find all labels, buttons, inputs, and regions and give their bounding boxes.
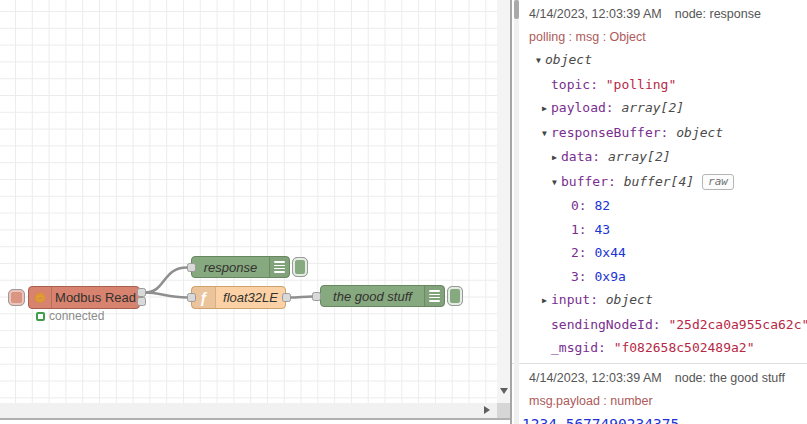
debug-tree-row: 1: 43 [529, 218, 799, 242]
debug-message-path: msg.payload : number [529, 394, 799, 408]
debug-type-segment: array[2] [608, 149, 671, 164]
input-port[interactable] [187, 263, 196, 272]
expand-arrow-icon[interactable]: ▶ [542, 97, 551, 121]
debug-key-segment: _msgid: [551, 340, 614, 355]
debug-tree-row[interactable]: ▼responseBuffer: object [529, 121, 799, 146]
debug-toggle-button[interactable] [447, 286, 463, 307]
collapse-arrow-icon[interactable]: ▼ [552, 171, 561, 195]
wire-layer [0, 0, 497, 403]
debug-key-segment: responseBuffer: [551, 125, 676, 140]
node-response[interactable]: response [191, 256, 290, 278]
wire[interactable] [145, 268, 187, 293]
debug-tree-row[interactable]: ▶input: object [529, 288, 799, 313]
debug-key-segment: topic: [551, 77, 606, 92]
debug-source-node[interactable]: node: response [675, 7, 761, 21]
debug-num-segment: 0x44 [594, 245, 625, 260]
debug-scrollbar-thumb[interactable] [514, 0, 519, 19]
debug-tree-row: _msgid: "f082658c502489a2" [529, 336, 799, 360]
debug-type-segment: object [606, 292, 653, 307]
debug-num-segment: 82 [594, 198, 610, 213]
debug-key-segment: 2: [571, 245, 594, 260]
debug-tree-row: 3: 0x9a [529, 265, 799, 289]
debug-source-node[interactable]: node: the good stuff [675, 371, 785, 385]
expand-arrow-icon[interactable]: ▶ [552, 146, 561, 170]
debug-key-segment: 1: [571, 222, 594, 237]
input-port[interactable] [312, 292, 321, 301]
debug-timestamp: 4/14/2023, 12:03:39 AM [529, 7, 662, 21]
modbus-inject-button[interactable] [8, 289, 25, 306]
debug-num-segment: 43 [594, 222, 610, 237]
status-text: connected [49, 309, 104, 323]
debug-num-segment: 0x9a [594, 269, 625, 284]
node-label: float32LE [216, 287, 285, 308]
status-ring-icon [36, 312, 45, 321]
input-port[interactable] [187, 293, 196, 302]
debug-tree-row: topic: "polling" [529, 73, 799, 97]
debug-tree: ▼objecttopic: "polling"▶payload: array[2… [529, 48, 799, 360]
debug-key-segment: input: [551, 292, 606, 307]
modbus-icon-area: ❁ [29, 287, 52, 308]
collapse-arrow-icon[interactable]: ▼ [536, 49, 545, 73]
node-label: response [192, 257, 269, 277]
function-icon: ƒ [199, 290, 207, 305]
debug-message: 4/14/2023, 12:03:39 AM node: the good st… [512, 364, 807, 424]
node-modbus-read[interactable]: ❁ Modbus Read [28, 286, 140, 309]
raw-toggle-button[interactable]: raw [702, 174, 734, 190]
debug-str-segment: "polling" [606, 77, 676, 92]
scroll-down-arrow-icon[interactable] [500, 388, 508, 394]
debug-tree-row: sendingNodeId: "25d2ca0a955ca62c" [529, 313, 799, 337]
debug-message: 4/14/2023, 12:03:39 AM node: response po… [512, 0, 807, 360]
debug-sidebar: 4/14/2023, 12:03:39 AM node: response po… [512, 0, 807, 424]
debug-type-segment: object [545, 52, 592, 67]
output-port[interactable] [137, 297, 146, 306]
debug-timestamp: 4/14/2023, 12:03:39 AM [529, 371, 662, 385]
output-port[interactable] [137, 288, 146, 297]
debug-key-segment: sendingNodeId: [551, 317, 668, 332]
debug-str-segment: "25d2ca0a955ca62c" [668, 317, 807, 332]
node-the-good-stuff[interactable]: the good stuff [320, 285, 445, 307]
expand-arrow-icon[interactable]: ▶ [542, 289, 551, 313]
flow-canvas[interactable]: ❁ Modbus Read connected response ƒ float… [0, 0, 497, 403]
debug-type-segment: array[2] [621, 100, 684, 115]
canvas-vertical-scrollbar[interactable] [497, 0, 510, 403]
modbus-flower-icon: ❁ [34, 291, 46, 305]
canvas-horizontal-scrollbar[interactable] [0, 403, 497, 418]
debug-key-segment: 0: [571, 198, 594, 213]
debug-message-meta: 4/14/2023, 12:03:39 AM node: the good st… [529, 364, 799, 385]
debug-key-segment: payload: [551, 100, 621, 115]
debug-number-value: 1234.5677490234375 [522, 416, 799, 424]
debug-sidebar-icon [269, 257, 289, 277]
wire[interactable] [145, 293, 187, 298]
debug-tree-row[interactable]: ▶payload: array[2] [529, 96, 799, 121]
debug-key-segment: 3: [571, 269, 594, 284]
debug-key-segment: data: [561, 149, 608, 164]
node-float32le[interactable]: ƒ float32LE [191, 286, 286, 309]
debug-tree-row: 2: 0x44 [529, 241, 799, 265]
debug-message-meta: 4/14/2023, 12:03:39 AM node: response [529, 0, 799, 21]
wire[interactable] [289, 297, 313, 298]
debug-tree-row[interactable]: ▼object [529, 48, 799, 73]
debug-type-segment: buffer[4] [624, 174, 694, 189]
debug-str-segment: "f082658c502489a2" [614, 340, 755, 355]
debug-type-segment: object [676, 125, 723, 140]
debug-sidebar-icon [424, 286, 444, 306]
debug-message-path: polling : msg : Object [529, 30, 799, 44]
debug-toggle-button[interactable] [292, 257, 308, 278]
debug-scrollbar-track[interactable] [514, 0, 519, 424]
debug-tree-row: 0: 82 [529, 194, 799, 218]
node-label: the good stuff [321, 286, 424, 306]
scroll-right-arrow-icon[interactable] [484, 406, 490, 414]
node-label: Modbus Read [52, 287, 139, 308]
debug-tree-row[interactable]: ▼buffer: buffer[4]raw [529, 170, 799, 195]
debug-tree-row[interactable]: ▶data: array[2] [529, 145, 799, 170]
scrollbar-corner [497, 403, 510, 418]
output-port[interactable] [282, 293, 291, 302]
canvas-bottom-border [0, 418, 510, 420]
function-icon-area: ƒ [192, 287, 216, 308]
collapse-arrow-icon[interactable]: ▼ [542, 122, 551, 146]
node-status: connected [36, 309, 104, 323]
debug-key-segment: buffer: [561, 174, 624, 189]
